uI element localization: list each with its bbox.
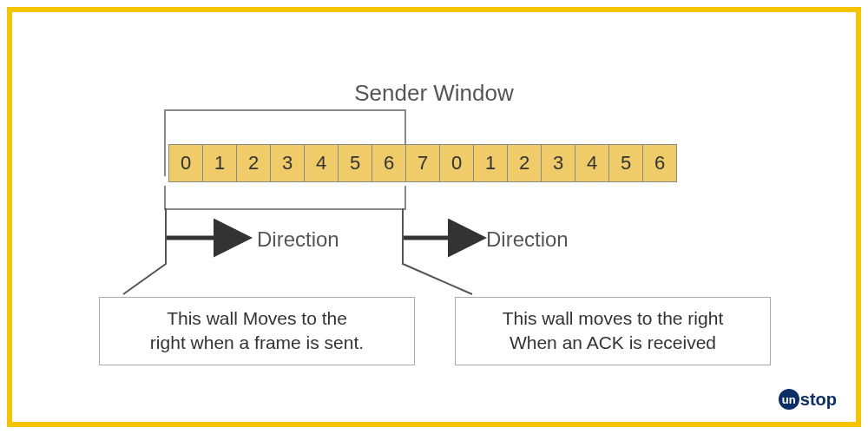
- note-left: This wall Moves to the right when a fram…: [99, 297, 415, 365]
- sequence-cell: 7: [405, 144, 440, 182]
- sequence-cell: 6: [372, 144, 406, 182]
- direction-label-right: Direction: [486, 227, 569, 252]
- direction-label-left: Direction: [257, 227, 339, 252]
- diagram-frame: Sender Window 012345670123456 Direction …: [7, 7, 861, 427]
- note-left-line2: right when a frame is sent.: [114, 331, 400, 355]
- note-right-line2: When an ACK is received: [470, 331, 756, 355]
- sequence-cell: 3: [270, 144, 305, 182]
- under-bracket: [164, 186, 406, 210]
- sequence-cell: 5: [338, 144, 372, 182]
- sequence-cell: 1: [473, 144, 508, 182]
- sequence-cell: 3: [541, 144, 575, 182]
- sequence-cell: 2: [507, 144, 542, 182]
- sequence-cell: 4: [304, 144, 339, 182]
- note-right: This wall moves to the right When an ACK…: [455, 297, 771, 365]
- logo: unstop: [779, 389, 837, 410]
- sequence-cell: 0: [168, 144, 203, 182]
- logo-badge-icon: un: [779, 389, 799, 410]
- note-right-line1: This wall moves to the right: [470, 306, 756, 331]
- sequence-cell: 6: [642, 144, 677, 182]
- sequence-strip: 012345670123456: [168, 144, 676, 182]
- sequence-cell: 0: [439, 144, 474, 182]
- sequence-cell: 4: [575, 144, 609, 182]
- sequence-cell: 2: [236, 144, 271, 182]
- title: Sender Window: [12, 80, 856, 107]
- logo-text: stop: [800, 390, 837, 410]
- sequence-cell: 5: [608, 144, 643, 182]
- sequence-cell: 1: [202, 144, 237, 182]
- note-left-line1: This wall Moves to the: [114, 306, 400, 331]
